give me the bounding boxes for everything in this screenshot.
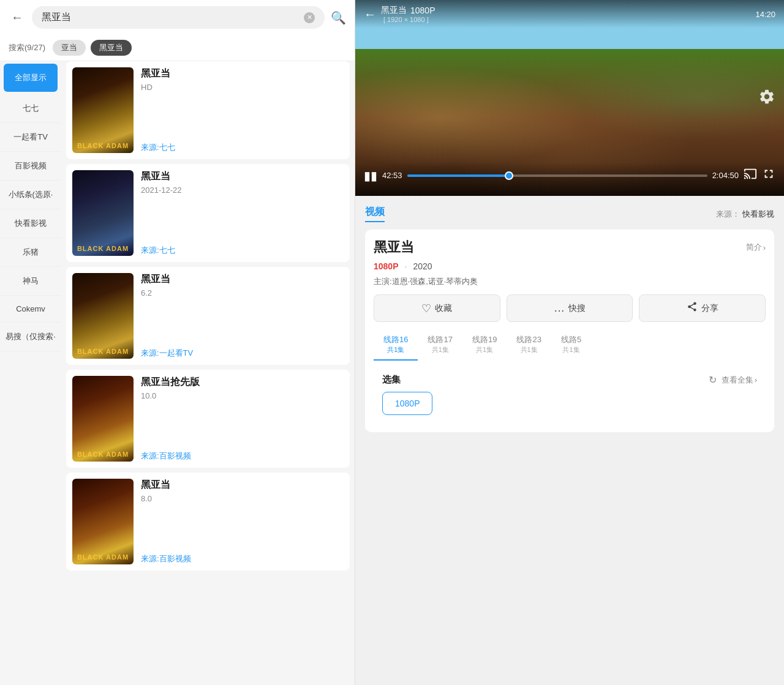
video-back-button[interactable]: ← <box>364 7 376 21</box>
episode-section-title: 选集 <box>382 374 401 386</box>
source-name: 快看影视 <box>742 209 774 219</box>
left-panel: ← 黑亚当 ✕ 🔍 搜索(9/27) 亚当 黑亚当 全部显示 七七 一起看TV … <box>0 0 355 685</box>
progress-bar[interactable] <box>407 174 707 177</box>
line-tabs: 线路16 共1集 线路17 共1集 线路19 共1集 线路23 共1集 线路5 <box>374 329 766 361</box>
movie-title-block: 黑亚当 简介 › 1080P · 2020 主演:道恩·强森,诺亚·琴蒂内奥 ♡… <box>365 230 774 432</box>
result-source-5[interactable]: 来源:百影视频 <box>141 553 344 564</box>
result-title-1: 黑亚当 <box>141 67 344 80</box>
result-item-5[interactable]: BLACK ADAM 黑亚当 8.0 来源:百影视频 <box>66 473 350 571</box>
result-title-4: 黑亚当抢先版 <box>141 376 344 389</box>
sidebar-item-yqktv[interactable]: 一起看TV <box>0 123 61 152</box>
result-meta-3: 6.2 <box>141 288 344 298</box>
result-meta-1: HD <box>141 83 344 92</box>
sidebar-item-baiying[interactable]: 百影视频 <box>0 152 61 181</box>
view-all-link[interactable]: 查看全集 › <box>722 375 757 386</box>
video-title-block: 黑亚当 1080P [ 1920 × 1080 ] <box>381 5 755 23</box>
sidebar-item-77[interactable]: 七七 <box>0 94 61 123</box>
result-source-3[interactable]: 来源:一起看TV <box>141 348 344 359</box>
quick-search-button[interactable]: … 快搜 <box>507 294 633 322</box>
result-item-4[interactable]: BLACK ADAM 黑亚当抢先版 10.0 来源:百影视频 <box>66 370 350 468</box>
play-pause-button[interactable]: ▮▮ <box>364 168 377 183</box>
episode-actions: ↻ 查看全集 › <box>709 374 757 386</box>
poster-label-5: BLACK ADAM <box>72 553 134 561</box>
result-item-2[interactable]: BLACK ADAM 黑亚当 2021-12-22 来源:七七 <box>66 164 350 262</box>
search-input-wrap[interactable]: 黑亚当 ✕ <box>32 6 325 29</box>
video-resolution-badge: 1080P <box>410 6 435 15</box>
refresh-icon[interactable]: ↻ <box>709 374 717 386</box>
collect-button[interactable]: ♡ 收藏 <box>374 294 500 322</box>
heart-icon: ♡ <box>421 302 431 315</box>
sidebar: 全部显示 七七 一起看TV 百影视频 小纸条(选原· 快看影视 乐猪 神马 Co… <box>0 61 61 685</box>
dot-sep: · <box>404 261 407 271</box>
result-source-1[interactable]: 来源:七七 <box>141 142 344 153</box>
sidebar-item-shema[interactable]: 神马 <box>0 267 61 296</box>
share-button[interactable]: 分享 <box>639 294 766 322</box>
filter-tag-ya[interactable]: 亚当 <box>53 40 86 56</box>
search-count: 搜索(9/27) <box>9 42 45 53</box>
right-panel: ← 黑亚当 1080P [ 1920 × 1080 ] 14:20 ▮▮ 42:… <box>355 0 784 685</box>
video-header: ← 黑亚当 1080P [ 1920 × 1080 ] 14:20 <box>355 0 784 28</box>
cast-text: 主演:道恩·强森,诺亚·琴蒂内奥 <box>374 276 766 287</box>
poster-label-2: BLACK ADAM <box>72 245 134 252</box>
video-title-row: 黑亚当 1080P <box>381 5 755 16</box>
result-info-3: 黑亚当 6.2 来源:一起看TV <box>141 273 344 359</box>
result-item-1[interactable]: BLACK ADAM 黑亚当 HD 来源:七七 <box>66 61 350 159</box>
line-tab-23[interactable]: 线路23 共1集 <box>507 329 551 361</box>
fullscreen-icon[interactable] <box>762 167 775 184</box>
episode-button-1[interactable]: 1080P <box>382 392 432 415</box>
result-meta-5: 8.0 <box>141 494 344 503</box>
progress-knob[interactable] <box>505 171 513 180</box>
sidebar-item-leizhu[interactable]: 乐猪 <box>0 238 61 267</box>
clear-button[interactable]: ✕ <box>304 12 315 23</box>
result-source-4[interactable]: 来源:百影视频 <box>141 451 344 462</box>
content-area: 全部显示 七七 一起看TV 百影视频 小纸条(选原· 快看影视 乐猪 神马 Co… <box>0 61 355 685</box>
poster-label-1: BLACK ADAM <box>72 142 134 149</box>
result-thumb-2: BLACK ADAM <box>72 170 134 256</box>
sidebar-item-xiaotiao[interactable]: 小纸条(选原· <box>0 181 61 209</box>
result-thumb-3: BLACK ADAM <box>72 273 134 359</box>
sidebar-item-kuaikan[interactable]: 快看影视 <box>0 209 61 238</box>
sidebar-item-cokemv[interactable]: Cokemv <box>0 296 61 323</box>
line-tab-16[interactable]: 线路16 共1集 <box>374 329 418 361</box>
time-total: 2:04:50 <box>712 171 739 180</box>
controls-row: ▮▮ 42:53 2:04:50 <box>364 167 775 184</box>
intro-link[interactable]: 简介 › <box>746 242 766 253</box>
result-info-4: 黑亚当抢先版 10.0 来源:百影视频 <box>141 376 344 462</box>
line-tab-17[interactable]: 线路17 共1集 <box>418 329 462 361</box>
sidebar-item-all[interactable]: 全部显示 <box>4 64 58 92</box>
action-buttons: ♡ 收藏 … 快搜 分享 <box>374 294 766 322</box>
cast-icon[interactable] <box>744 167 757 184</box>
results-list: BLACK ADAM 黑亚当 HD 来源:七七 BLACK ADAM 黑亚当 2… <box>61 61 355 685</box>
video-info-header: 视频 来源： 快看影视 <box>365 206 774 222</box>
progress-fill <box>407 174 510 177</box>
search-bar: ← 黑亚当 ✕ 🔍 <box>0 0 355 35</box>
result-source-2[interactable]: 来源:七七 <box>141 245 344 256</box>
quick-search-label: 快搜 <box>568 303 586 314</box>
result-title-5: 黑亚当 <box>141 479 344 492</box>
poster-label-4: BLACK ADAM <box>72 451 134 458</box>
video-resolution-detail: [ 1920 × 1080 ] <box>383 16 755 23</box>
source-prefix: 来源： <box>716 209 740 219</box>
movie-title-row: 黑亚当 简介 › <box>374 238 766 256</box>
filter-tag-hei[interactable]: 黑亚当 <box>91 40 132 56</box>
time-elapsed: 42:53 <box>382 171 402 180</box>
video-title: 黑亚当 <box>381 5 407 16</box>
result-thumb-1: BLACK ADAM <box>72 67 134 153</box>
video-info: 视频 来源： 快看影视 黑亚当 简介 › 1080P · 2020 主演:道恩·… <box>355 196 784 685</box>
result-title-3: 黑亚当 <box>141 273 344 286</box>
back-button[interactable]: ← <box>9 8 26 27</box>
search-icon[interactable]: 🔍 <box>331 10 346 25</box>
settings-icon[interactable] <box>758 88 775 105</box>
line-tab-19[interactable]: 线路19 共1集 <box>462 329 507 361</box>
search-query-text: 黑亚当 <box>42 11 71 24</box>
result-meta-2: 2021-12-22 <box>141 185 344 195</box>
result-info-2: 黑亚当 2021-12-22 来源:七七 <box>141 170 344 256</box>
sidebar-item-yisou[interactable]: 易搜（仅搜索· <box>0 323 61 351</box>
movie-attrs: 1080P · 2020 <box>374 261 766 271</box>
video-player: ← 黑亚当 1080P [ 1920 × 1080 ] 14:20 ▮▮ 42:… <box>355 0 784 196</box>
line-tab-5[interactable]: 线路5 共1集 <box>551 329 591 361</box>
result-item-3[interactable]: BLACK ADAM 黑亚当 6.2 来源:一起看TV <box>66 267 350 365</box>
share-icon <box>687 301 698 315</box>
quality-badge: 1080P <box>374 261 398 271</box>
result-thumb-4: BLACK ADAM <box>72 376 134 462</box>
